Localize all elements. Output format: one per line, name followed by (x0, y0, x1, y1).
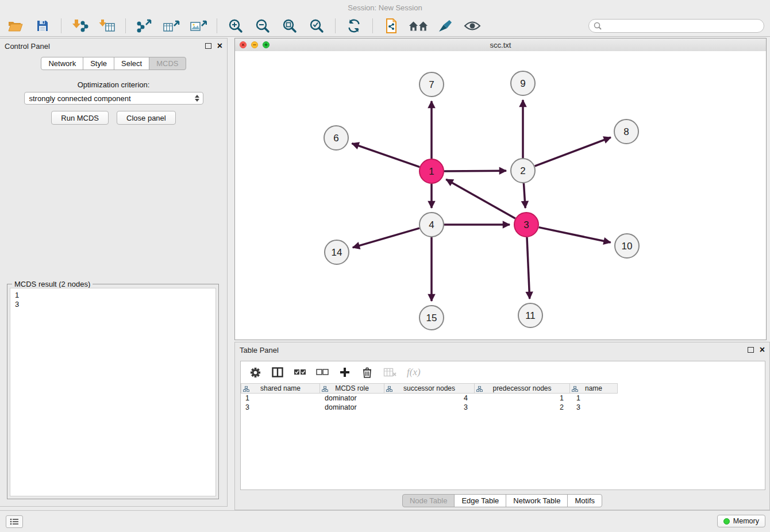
svg-text:10: 10 (622, 241, 633, 252)
network-canvas[interactable]: 7968124314101511 (235, 51, 766, 340)
criterion-dropdown[interactable]: strongly connected component (24, 92, 203, 105)
deselect-all-icon[interactable] (316, 365, 329, 380)
zoom-window-icon[interactable] (263, 41, 270, 48)
graph-node-15[interactable]: 15 (419, 306, 444, 330)
column-header-name[interactable]: name (569, 383, 618, 394)
graph-edge-3-11[interactable] (527, 237, 530, 299)
graph-node-14[interactable]: 14 (325, 240, 349, 264)
tab-network-table[interactable]: Network Table (506, 494, 568, 507)
import-network-icon[interactable] (70, 17, 90, 34)
float-panel-icon[interactable] (205, 43, 211, 49)
control-panel-tabs: Network Style Select MCDS (0, 57, 227, 70)
graph-node-1[interactable]: 1 (419, 159, 444, 183)
main-toolbar (0, 15, 770, 37)
export-network-icon[interactable] (134, 17, 154, 34)
cell-name[interactable]: 1 (572, 394, 620, 403)
control-panel-header: Control Panel × (0, 38, 227, 53)
svg-text:4: 4 (429, 219, 434, 230)
graph-node-4[interactable]: 4 (419, 213, 444, 237)
add-row-icon[interactable] (338, 365, 351, 380)
cell-successor-nodes[interactable]: 3 (385, 403, 476, 412)
graph-edge-1-6[interactable] (352, 144, 419, 167)
toolbar-separator (61, 18, 61, 33)
run-mcds-button[interactable]: Run MCDS (51, 111, 109, 125)
column-header-predecessor-nodes[interactable]: predecessor nodes (474, 383, 570, 394)
window-title: Session: New Session (348, 3, 422, 12)
close-panel-icon[interactable]: × (217, 41, 222, 51)
memory-button-label: Memory (733, 517, 759, 525)
copy-network-icon[interactable] (382, 17, 401, 34)
cell-shared-name[interactable]: 3 (241, 403, 320, 412)
zoom-out-icon[interactable] (253, 17, 272, 34)
close-table-panel-icon[interactable]: × (760, 345, 765, 354)
application-window: Session: New Session (0, 0, 770, 532)
import-table-icon[interactable] (97, 17, 117, 34)
tab-network[interactable]: Network (41, 57, 83, 70)
graph-node-7[interactable]: 7 (419, 72, 444, 97)
search-input[interactable] (605, 21, 759, 30)
graph-edge-2-8[interactable] (535, 137, 611, 166)
table-row: 1 dominator 4 1 1 (241, 394, 765, 403)
tab-style[interactable]: Style (83, 57, 114, 70)
cell-name[interactable]: 3 (572, 403, 620, 412)
tab-motifs[interactable]: Motifs (567, 494, 602, 507)
delete-row-icon[interactable] (361, 365, 374, 380)
save-session-icon[interactable] (33, 17, 52, 34)
minimize-window-icon[interactable] (251, 41, 258, 48)
zoom-in-icon[interactable] (226, 17, 245, 34)
graph-edge-3-10[interactable] (539, 228, 611, 242)
apply-style-icon[interactable] (436, 17, 455, 34)
table-settings-icon[interactable] (249, 365, 261, 380)
graph-node-6[interactable]: 6 (324, 126, 348, 150)
column-tree-icon (386, 386, 392, 392)
dropdown-stepper-icon (195, 95, 199, 102)
graph-node-8[interactable]: 8 (614, 119, 638, 144)
column-header-shared-name[interactable]: shared name (241, 383, 320, 394)
show-hide-panel-icon[interactable] (463, 17, 482, 34)
zoom-selected-icon[interactable] (307, 17, 326, 34)
cell-predecessor-nodes[interactable]: 1 (476, 394, 572, 403)
tab-node-table[interactable]: Node Table (402, 494, 455, 507)
export-table-icon[interactable] (161, 17, 181, 34)
graph-edge-3-1[interactable] (446, 179, 515, 218)
mcds-result-group: MCDS result (2 nodes) 1 3 (7, 284, 219, 499)
task-history-button[interactable] (6, 515, 23, 528)
network-window-title: scc.txt (235, 38, 766, 51)
float-table-panel-icon[interactable] (748, 347, 754, 353)
graph-edge-4-14[interactable] (353, 228, 419, 248)
list-icon (10, 518, 19, 525)
graph-node-2[interactable]: 2 (511, 159, 535, 183)
export-image-icon[interactable] (188, 17, 208, 34)
zoom-fit-icon[interactable] (280, 17, 299, 34)
search-box[interactable] (588, 19, 764, 33)
graph-node-9[interactable]: 9 (511, 71, 535, 95)
cell-successor-nodes[interactable]: 4 (385, 394, 476, 403)
apply-layout-icon[interactable] (344, 17, 364, 34)
tab-select[interactable]: Select (114, 57, 149, 70)
network-window-titlebar[interactable]: scc.txt (235, 38, 766, 52)
tab-mcds[interactable]: MCDS (149, 57, 186, 70)
tab-edge-table[interactable]: Edge Table (454, 494, 506, 507)
graph-node-3[interactable]: 3 (514, 213, 538, 237)
show-columns-icon[interactable] (271, 365, 284, 380)
cell-predecessor-nodes[interactable]: 2 (476, 403, 572, 412)
select-all-icon[interactable] (294, 365, 306, 380)
column-header-mcds-role[interactable]: MCDS role (319, 383, 384, 394)
memory-button[interactable]: Memory (717, 515, 765, 527)
svg-text:15: 15 (426, 313, 437, 323)
graph-node-11[interactable]: 11 (518, 303, 542, 327)
cell-mcds-role[interactable]: dominator (320, 403, 385, 412)
svg-text:3: 3 (523, 219, 529, 230)
titlebar: Session: New Session (0, 0, 770, 15)
graph-node-10[interactable]: 10 (615, 234, 639, 258)
network-canvas-area: 7968124314101511 (235, 51, 766, 340)
open-session-icon[interactable] (6, 17, 25, 34)
graph-edge-2-3[interactable] (523, 183, 525, 208)
graph-edge-1-2[interactable] (444, 171, 506, 171)
cell-shared-name[interactable]: 1 (241, 394, 320, 403)
close-window-icon[interactable] (240, 41, 247, 48)
column-header-successor-nodes[interactable]: successor nodes (384, 383, 475, 394)
close-panel-button[interactable]: Close panel (117, 111, 176, 125)
cell-mcds-role[interactable]: dominator (320, 394, 385, 403)
home-icon[interactable] (409, 17, 428, 34)
